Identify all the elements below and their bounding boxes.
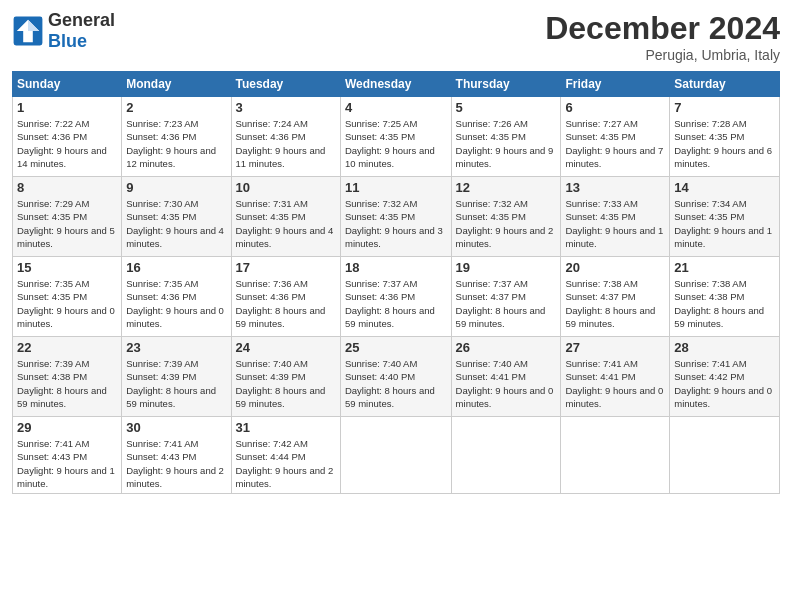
day-15: 15 Sunrise: 7:35 AMSunset: 4:35 PMDaylig… xyxy=(13,257,122,337)
logo-text-general: General xyxy=(48,10,115,30)
day-16: 16 Sunrise: 7:35 AMSunset: 4:36 PMDaylig… xyxy=(122,257,231,337)
day-24: 24 Sunrise: 7:40 AMSunset: 4:39 PMDaylig… xyxy=(231,337,340,417)
day-22: 22 Sunrise: 7:39 AMSunset: 4:38 PMDaylig… xyxy=(13,337,122,417)
day-12: 12 Sunrise: 7:32 AMSunset: 4:35 PMDaylig… xyxy=(451,177,561,257)
page-container: General Blue December 2024 Perugia, Umbr… xyxy=(0,0,792,504)
day-6: 6 Sunrise: 7:27 AMSunset: 4:35 PMDayligh… xyxy=(561,97,670,177)
empty-3 xyxy=(561,417,670,494)
week-row-2: 8 Sunrise: 7:29 AMSunset: 4:35 PMDayligh… xyxy=(13,177,780,257)
day-10: 10 Sunrise: 7:31 AMSunset: 4:35 PMDaylig… xyxy=(231,177,340,257)
col-wednesday: Wednesday xyxy=(340,72,451,97)
day-14: 14 Sunrise: 7:34 AMSunset: 4:35 PMDaylig… xyxy=(670,177,780,257)
day-8: 8 Sunrise: 7:29 AMSunset: 4:35 PMDayligh… xyxy=(13,177,122,257)
day-9: 9 Sunrise: 7:30 AMSunset: 4:35 PMDayligh… xyxy=(122,177,231,257)
col-saturday: Saturday xyxy=(670,72,780,97)
header: General Blue December 2024 Perugia, Umbr… xyxy=(12,10,780,63)
calendar-table: Sunday Monday Tuesday Wednesday Thursday… xyxy=(12,71,780,494)
day-27: 27 Sunrise: 7:41 AMSunset: 4:41 PMDaylig… xyxy=(561,337,670,417)
day-21: 21 Sunrise: 7:38 AMSunset: 4:38 PMDaylig… xyxy=(670,257,780,337)
col-thursday: Thursday xyxy=(451,72,561,97)
weekday-header-row: Sunday Monday Tuesday Wednesday Thursday… xyxy=(13,72,780,97)
day-26: 26 Sunrise: 7:40 AMSunset: 4:41 PMDaylig… xyxy=(451,337,561,417)
week-row-1: 1 Sunrise: 7:22 AMSunset: 4:36 PMDayligh… xyxy=(13,97,780,177)
week-row-4: 22 Sunrise: 7:39 AMSunset: 4:38 PMDaylig… xyxy=(13,337,780,417)
day-3: 3 Sunrise: 7:24 AMSunset: 4:36 PMDayligh… xyxy=(231,97,340,177)
logo-icon xyxy=(12,15,44,47)
day-25: 25 Sunrise: 7:40 AMSunset: 4:40 PMDaylig… xyxy=(340,337,451,417)
day-4: 4 Sunrise: 7:25 AMSunset: 4:35 PMDayligh… xyxy=(340,97,451,177)
empty-2 xyxy=(451,417,561,494)
col-monday: Monday xyxy=(122,72,231,97)
day-13: 13 Sunrise: 7:33 AMSunset: 4:35 PMDaylig… xyxy=(561,177,670,257)
col-sunday: Sunday xyxy=(13,72,122,97)
week-row-5: 29 Sunrise: 7:41 AMSunset: 4:43 PMDaylig… xyxy=(13,417,780,494)
day-20: 20 Sunrise: 7:38 AMSunset: 4:37 PMDaylig… xyxy=(561,257,670,337)
day-2: 2 Sunrise: 7:23 AMSunset: 4:36 PMDayligh… xyxy=(122,97,231,177)
empty-4 xyxy=(670,417,780,494)
day-28: 28 Sunrise: 7:41 AMSunset: 4:42 PMDaylig… xyxy=(670,337,780,417)
day-7: 7 Sunrise: 7:28 AMSunset: 4:35 PMDayligh… xyxy=(670,97,780,177)
title-area: December 2024 Perugia, Umbria, Italy xyxy=(545,10,780,63)
day-31: 31 Sunrise: 7:42 AMSunset: 4:44 PMDaylig… xyxy=(231,417,340,494)
month-title: December 2024 xyxy=(545,10,780,47)
day-1: 1 Sunrise: 7:22 AMSunset: 4:36 PMDayligh… xyxy=(13,97,122,177)
day-17: 17 Sunrise: 7:36 AMSunset: 4:36 PMDaylig… xyxy=(231,257,340,337)
day-30: 30 Sunrise: 7:41 AMSunset: 4:43 PMDaylig… xyxy=(122,417,231,494)
day-18: 18 Sunrise: 7:37 AMSunset: 4:36 PMDaylig… xyxy=(340,257,451,337)
col-friday: Friday xyxy=(561,72,670,97)
empty-1 xyxy=(340,417,451,494)
day-19: 19 Sunrise: 7:37 AMSunset: 4:37 PMDaylig… xyxy=(451,257,561,337)
location: Perugia, Umbria, Italy xyxy=(545,47,780,63)
day-29: 29 Sunrise: 7:41 AMSunset: 4:43 PMDaylig… xyxy=(13,417,122,494)
day-11: 11 Sunrise: 7:32 AMSunset: 4:35 PMDaylig… xyxy=(340,177,451,257)
day-23: 23 Sunrise: 7:39 AMSunset: 4:39 PMDaylig… xyxy=(122,337,231,417)
col-tuesday: Tuesday xyxy=(231,72,340,97)
logo: General Blue xyxy=(12,10,115,52)
logo-text-blue: Blue xyxy=(48,31,87,51)
day-5: 5 Sunrise: 7:26 AMSunset: 4:35 PMDayligh… xyxy=(451,97,561,177)
week-row-3: 15 Sunrise: 7:35 AMSunset: 4:35 PMDaylig… xyxy=(13,257,780,337)
